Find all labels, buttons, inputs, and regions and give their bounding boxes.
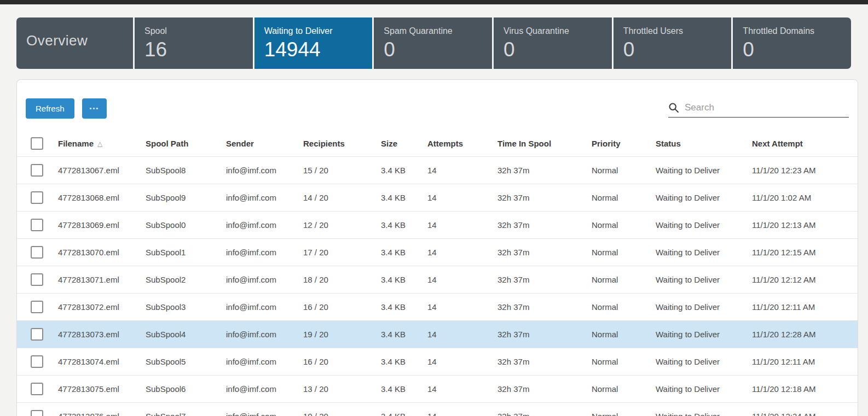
column-header-label: Priority <box>592 139 621 148</box>
cell-recipients: 19 / 20 <box>303 330 381 339</box>
cell-next-attempt: 11/1/20 12:15 AM <box>752 248 858 257</box>
cell-status: Waiting to Deliver <box>656 384 752 394</box>
column-header-status[interactable]: Status <box>656 139 752 148</box>
cell-time-in-spool: 32h 37m <box>497 220 592 230</box>
tab-label: Spool <box>144 25 253 37</box>
row-checkbox-cell <box>17 355 58 368</box>
cell-sender: info@imf.com <box>226 302 303 312</box>
cell-spool-path: SubSpool2 <box>146 275 226 284</box>
cell-attempts: 14 <box>427 248 497 257</box>
tab-throttled-users[interactable]: Throttled Users0 <box>614 17 732 69</box>
table-row[interactable]: 4772813070.emlSubSpool1info@imf.com17 / … <box>17 238 858 266</box>
tab-virus-quarantine[interactable]: Virus Quarantine0 <box>494 17 612 69</box>
cell-next-attempt: 11/1/20 12:28 AM <box>752 330 858 339</box>
row-checkbox[interactable] <box>31 246 43 259</box>
row-checkbox[interactable] <box>31 410 43 416</box>
cell-sender: info@imf.com <box>226 275 303 284</box>
cell-priority: Normal <box>592 302 656 312</box>
cell-sender: info@imf.com <box>226 357 303 366</box>
cell-next-attempt: 11/1/20 12:11 AM <box>752 357 858 366</box>
column-header-label: Status <box>656 139 681 148</box>
column-header-label: Attempts <box>427 139 463 148</box>
cell-priority: Normal <box>592 357 656 366</box>
cell-filename: 4772813072.eml <box>58 302 146 312</box>
table-row[interactable]: 4772813074.emlSubSpool5info@imf.com16 / … <box>17 348 858 375</box>
row-checkbox-cell <box>17 273 58 286</box>
column-header-priority[interactable]: Priority <box>592 139 656 148</box>
row-checkbox[interactable] <box>31 301 43 313</box>
cell-time-in-spool: 32h 37m <box>497 302 592 312</box>
table-row[interactable]: 4772813071.emlSubSpool2info@imf.com18 / … <box>17 266 858 293</box>
cell-sender: info@imf.com <box>226 412 303 416</box>
column-header-sender[interactable]: Sender <box>226 139 303 148</box>
cell-filename: 4772813071.eml <box>58 275 146 284</box>
search-input[interactable] <box>685 102 849 113</box>
tab-spam-quarantine[interactable]: Spam Quarantine0 <box>374 17 492 69</box>
row-checkbox-cell <box>17 301 58 313</box>
column-header-next-attempt[interactable]: Next Attempt <box>752 139 858 148</box>
cell-next-attempt: 11/1/20 12:18 AM <box>752 384 858 394</box>
tab-throttled-domains[interactable]: Throttled Domains0 <box>733 17 851 69</box>
cell-status: Waiting to Deliver <box>656 412 752 416</box>
row-checkbox[interactable] <box>31 219 43 231</box>
cell-filename: 4772813074.eml <box>58 357 146 366</box>
cell-priority: Normal <box>592 220 656 230</box>
tab-count: 14944 <box>264 37 373 62</box>
table-row[interactable]: 4772813073.emlSubSpool4info@imf.com19 / … <box>17 320 858 348</box>
tab-waiting-to-deliver[interactable]: Waiting to Deliver14944 <box>254 17 373 69</box>
header-checkbox-cell <box>17 137 58 150</box>
row-checkbox[interactable] <box>31 328 43 341</box>
tab-label: Overview <box>26 32 133 49</box>
cell-attempts: 14 <box>427 384 497 394</box>
search-box[interactable] <box>668 99 849 118</box>
column-header-spool-path[interactable]: Spool Path <box>146 139 226 148</box>
select-all-checkbox[interactable] <box>31 137 43 150</box>
row-checkbox-cell <box>17 219 58 231</box>
table-row[interactable]: 4772813076.emlSubSpool7info@imf.com10 / … <box>17 402 858 416</box>
cell-status: Waiting to Deliver <box>656 302 752 312</box>
row-checkbox-cell <box>17 410 58 416</box>
column-header-filename[interactable]: Filename△ <box>58 139 146 148</box>
cell-time-in-spool: 32h 37m <box>497 193 592 202</box>
cell-priority: Normal <box>592 275 656 284</box>
cell-sender: info@imf.com <box>226 330 303 339</box>
cell-time-in-spool: 32h 37m <box>497 412 592 416</box>
cell-size: 3.4 KB <box>381 357 427 366</box>
tab-label: Throttled Users <box>623 25 732 37</box>
refresh-button[interactable]: Refresh <box>26 98 74 119</box>
column-header-label: Recipients <box>303 139 345 148</box>
cell-spool-path: SubSpool4 <box>146 330 226 339</box>
more-actions-button[interactable]: ••• <box>82 98 107 119</box>
cell-attempts: 14 <box>427 357 497 366</box>
row-checkbox-cell <box>17 246 58 259</box>
cell-spool-path: SubSpool6 <box>146 384 226 394</box>
table-row[interactable]: 4772813067.emlSubSpool8info@imf.com15 / … <box>17 156 858 184</box>
row-checkbox[interactable] <box>31 164 43 177</box>
cell-spool-path: SubSpool0 <box>146 220 226 230</box>
column-header-time-in-spool[interactable]: Time In Spool <box>497 139 592 148</box>
cell-spool-path: SubSpool5 <box>146 357 226 366</box>
table-row[interactable]: 4772813072.emlSubSpool3info@imf.com16 / … <box>17 293 858 320</box>
cell-priority: Normal <box>592 330 656 339</box>
row-checkbox[interactable] <box>31 191 43 204</box>
column-header-attempts[interactable]: Attempts <box>427 139 497 148</box>
column-header-size[interactable]: Size <box>381 139 427 148</box>
tab-spool[interactable]: Spool16 <box>135 17 253 69</box>
table-row[interactable]: 4772813068.emlSubSpool9info@imf.com14 / … <box>17 184 858 211</box>
table-row[interactable]: 4772813069.emlSubSpool0info@imf.com12 / … <box>17 211 858 238</box>
cell-filename: 4772813070.eml <box>58 248 146 257</box>
cell-recipients: 16 / 20 <box>303 302 381 312</box>
table-row[interactable]: 4772813075.emlSubSpool6info@imf.com13 / … <box>17 375 858 402</box>
cell-attempts: 14 <box>427 166 497 175</box>
column-header-label: Spool Path <box>146 139 188 148</box>
cell-time-in-spool: 32h 37m <box>497 384 592 394</box>
row-checkbox[interactable] <box>31 355 43 368</box>
row-checkbox[interactable] <box>31 383 43 395</box>
tab-count: 0 <box>384 37 492 62</box>
column-header-recipients[interactable]: Recipients <box>303 139 381 148</box>
tab-overview[interactable]: Overview <box>16 17 133 69</box>
row-checkbox[interactable] <box>31 273 43 286</box>
tab-label: Virus Quarantine <box>504 25 612 37</box>
cell-size: 3.4 KB <box>381 220 427 230</box>
cell-next-attempt: 11/1/20 1:02 AM <box>752 193 858 202</box>
